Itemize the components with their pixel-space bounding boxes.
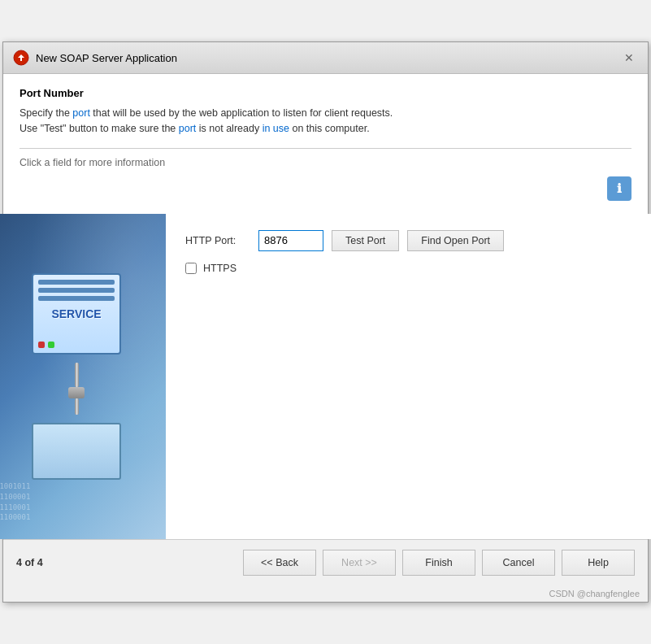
server-box: SERVICE [32, 273, 121, 355]
dialog-title: New SOAP Server Application [36, 52, 177, 64]
server-lines [38, 280, 115, 301]
binary-text: 11001011 11100001 01110001 11100001 [0, 481, 30, 522]
main-panel: SERVICE 11001 [0, 214, 651, 539]
finish-button[interactable]: Finish [402, 550, 475, 576]
next-button[interactable]: Next >> [323, 550, 396, 576]
divider [20, 148, 631, 149]
server-illustration: SERVICE [32, 273, 121, 480]
desc-line1: Specify the port that will be used by th… [20, 107, 393, 119]
cancel-button[interactable]: Cancel [482, 550, 555, 576]
indicator-green [48, 342, 54, 348]
step-label: 4 of 4 [16, 557, 43, 568]
app-icon [13, 50, 29, 66]
close-button[interactable]: ✕ [620, 49, 638, 67]
info-button[interactable]: ℹ [607, 176, 631, 201]
https-label[interactable]: HTTPS [203, 263, 237, 274]
watermark: CSDN @changfenglee [3, 585, 648, 602]
port-field-row: HTTP Port: Test Port Find Open Port [185, 230, 644, 251]
find-open-port-button[interactable]: Find Open Port [407, 230, 504, 251]
http-port-input[interactable] [258, 230, 323, 251]
cable-assembly [68, 363, 85, 415]
title-bar-left: New SOAP Server Application [13, 50, 177, 66]
https-row: HTTPS [185, 263, 644, 274]
title-bar: New SOAP Server Application ✕ [3, 42, 648, 74]
cable-lower [75, 398, 79, 415]
server-line [38, 288, 115, 293]
info-btn-row: ℹ [20, 176, 631, 201]
back-button[interactable]: << Back [243, 550, 316, 576]
right-panel: HTTP Port: Test Port Find Open Port HTTP… [166, 214, 651, 539]
bottom-bar: 4 of 4 << Back Next >> Finish Cancel Hel… [3, 539, 648, 585]
indicator-red [38, 342, 45, 348]
cable-upper [75, 363, 79, 387]
http-port-label: HTTP Port: [185, 235, 250, 246]
server-line [38, 280, 115, 285]
content-area: Port Number Specify the port that will b… [3, 74, 648, 214]
monitor-box [32, 423, 121, 480]
server-label: SERVICE [51, 307, 101, 320]
desc-line2: Use "Test" button to make sure the port … [20, 123, 370, 134]
https-checkbox[interactable] [185, 263, 197, 274]
server-line [38, 296, 115, 301]
connector [68, 387, 85, 398]
help-button[interactable]: Help [562, 550, 635, 576]
test-port-button[interactable]: Test Port [332, 230, 399, 251]
description: Specify the port that will be used by th… [20, 106, 631, 137]
info-text: Click a field for more information [20, 157, 631, 168]
image-content: SERVICE 11001 [0, 214, 166, 539]
nav-buttons: << Back Next >> Finish Cancel Help [243, 550, 635, 576]
image-panel: SERVICE 11001 [0, 214, 166, 539]
section-title: Port Number [20, 87, 631, 99]
dialog: New SOAP Server Application ✕ Port Numbe… [2, 41, 649, 603]
server-indicators [38, 342, 54, 348]
